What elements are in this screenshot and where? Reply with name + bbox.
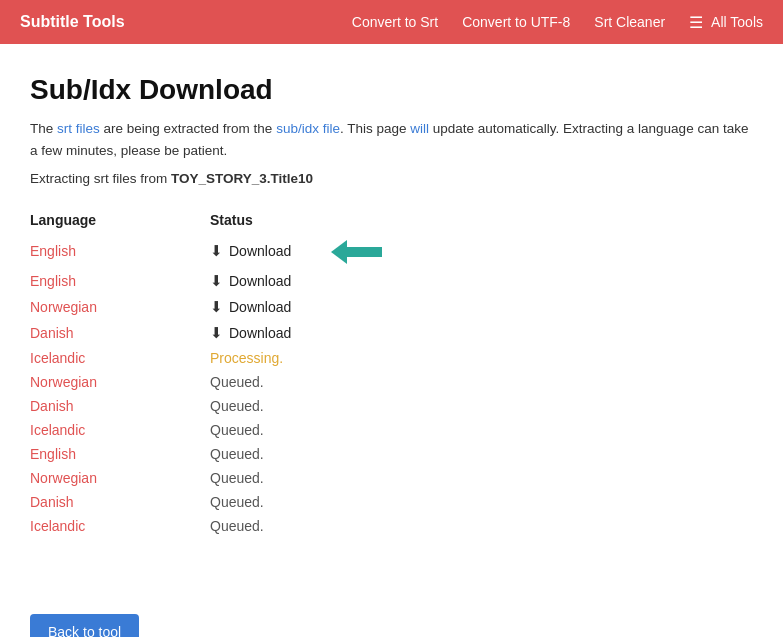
language-cell: English <box>30 268 210 294</box>
navbar: Subtitle Tools Convert to Srt Convert to… <box>0 0 783 44</box>
extracting-line: Extracting srt files from TOY_STORY_3.Ti… <box>30 171 753 186</box>
download-link[interactable]: ⬇Download <box>210 324 753 342</box>
status-queued: Queued. <box>210 398 264 414</box>
status-cell: Queued. <box>210 394 753 418</box>
language-name[interactable]: Icelandic <box>30 422 85 438</box>
status-cell: Queued. <box>210 442 753 466</box>
nav-all-tools-label: All Tools <box>711 14 763 30</box>
status-cell: Queued. <box>210 490 753 514</box>
table-row: English⬇Download <box>30 268 753 294</box>
status-queued: Queued. <box>210 374 264 390</box>
status-queued: Queued. <box>210 446 264 462</box>
download-label: Download <box>229 273 291 289</box>
back-to-tool-button[interactable]: Back to tool <box>30 614 139 637</box>
download-label: Download <box>229 243 291 259</box>
status-cell: Queued. <box>210 466 753 490</box>
language-name[interactable]: Icelandic <box>30 518 85 534</box>
download-link[interactable]: ⬇Download <box>210 298 753 316</box>
language-cell: Danish <box>30 490 210 514</box>
download-label: Download <box>229 299 291 315</box>
language-name[interactable]: Danish <box>30 398 74 414</box>
page-title: Sub/Idx Download <box>30 74 753 106</box>
download-label: Download <box>229 325 291 341</box>
main-content: Sub/Idx Download The srt files are being… <box>0 44 783 598</box>
language-name[interactable]: English <box>30 446 76 462</box>
language-name[interactable]: Danish <box>30 325 74 341</box>
language-cell: Norwegian <box>30 466 210 490</box>
language-cell: English <box>30 442 210 466</box>
language-name[interactable]: Icelandic <box>30 350 85 366</box>
footer: Back to tool <box>0 598 783 637</box>
status-cell: Queued. <box>210 370 753 394</box>
nav-link-srt-cleaner[interactable]: Srt Cleaner <box>594 14 665 30</box>
status-cell: ⬇Download <box>210 294 753 320</box>
nav-links: Convert to Srt Convert to UTF-8 Srt Clea… <box>352 13 763 32</box>
download-icon: ⬇ <box>210 242 223 260</box>
language-name[interactable]: English <box>30 243 76 259</box>
language-cell: Icelandic <box>30 346 210 370</box>
language-name[interactable]: Danish <box>30 494 74 510</box>
language-name[interactable]: Norwegian <box>30 299 97 315</box>
nav-link-convert-srt[interactable]: Convert to Srt <box>352 14 438 30</box>
language-cell: Norwegian <box>30 370 210 394</box>
language-cell: Norwegian <box>30 294 210 320</box>
nav-all-tools[interactable]: ☰ All Tools <box>689 13 763 32</box>
arrow-indicator <box>315 238 382 264</box>
filename: TOY_STORY_3.Title10 <box>171 171 313 186</box>
nav-link-convert-utf8[interactable]: Convert to UTF-8 <box>462 14 570 30</box>
status-queued: Queued. <box>210 470 264 486</box>
col-status: Status <box>210 206 753 234</box>
table-row: Norwegian⬇Download <box>30 294 753 320</box>
status-cell: Processing. <box>210 346 753 370</box>
language-cell: Icelandic <box>30 514 210 538</box>
status-cell: Queued. <box>210 514 753 538</box>
table-row: DanishQueued. <box>30 394 753 418</box>
status-cell: ⬇Download <box>210 320 753 346</box>
language-name[interactable]: Norwegian <box>30 470 97 486</box>
table-row: English⬇Download <box>30 234 753 268</box>
status-queued: Queued. <box>210 494 264 510</box>
download-link[interactable]: ⬇Download <box>210 238 753 264</box>
download-icon: ⬇ <box>210 298 223 316</box>
language-table: Language Status English⬇DownloadEnglish⬇… <box>30 206 753 538</box>
table-row: IcelandicQueued. <box>30 514 753 538</box>
status-processing: Processing. <box>210 350 283 366</box>
table-row: NorwegianQueued. <box>30 466 753 490</box>
status-queued: Queued. <box>210 518 264 534</box>
status-cell: Queued. <box>210 418 753 442</box>
table-row: DanishQueued. <box>30 490 753 514</box>
table-row: EnglishQueued. <box>30 442 753 466</box>
table-row: Danish⬇Download <box>30 320 753 346</box>
language-cell: Danish <box>30 320 210 346</box>
table-row: IcelandicQueued. <box>30 418 753 442</box>
col-language: Language <box>30 206 210 234</box>
language-cell: English <box>30 234 210 268</box>
status-queued: Queued. <box>210 422 264 438</box>
table-row: IcelandicProcessing. <box>30 346 753 370</box>
download-icon: ⬇ <box>210 272 223 290</box>
nav-brand: Subtitle Tools <box>20 13 352 31</box>
table-row: NorwegianQueued. <box>30 370 753 394</box>
status-cell: ⬇Download <box>210 234 753 268</box>
page-description: The srt files are being extracted from t… <box>30 118 753 161</box>
menu-icon: ☰ <box>689 13 703 32</box>
download-link[interactable]: ⬇Download <box>210 272 753 290</box>
download-icon: ⬇ <box>210 324 223 342</box>
language-name[interactable]: Norwegian <box>30 374 97 390</box>
language-cell: Icelandic <box>30 418 210 442</box>
language-name[interactable]: English <box>30 273 76 289</box>
status-cell: ⬇Download <box>210 268 753 294</box>
language-cell: Danish <box>30 394 210 418</box>
